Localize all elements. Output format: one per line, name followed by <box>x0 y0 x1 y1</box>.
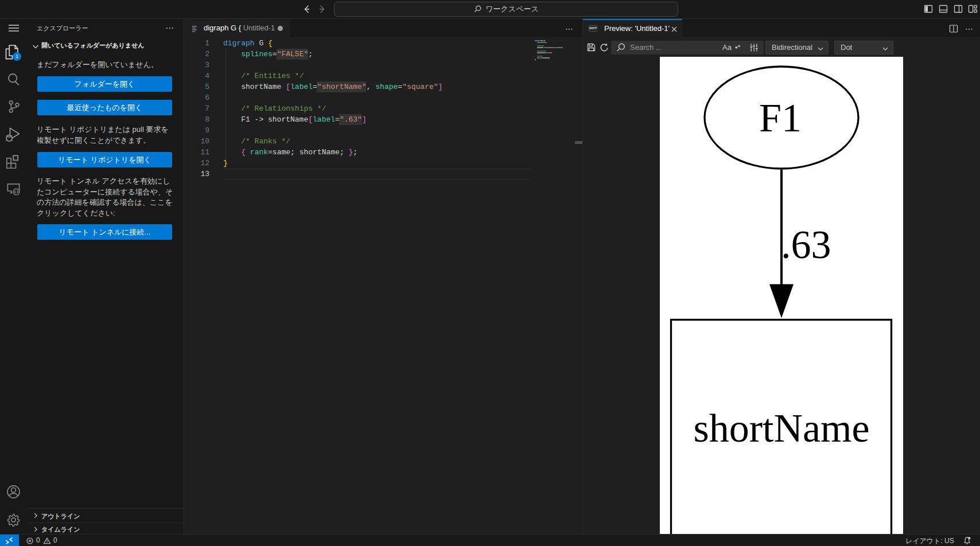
svg-text:.63: .63 <box>781 223 831 267</box>
svg-text:F1: F1 <box>759 96 802 140</box>
svg-text:shortName: shortName <box>693 406 869 450</box>
